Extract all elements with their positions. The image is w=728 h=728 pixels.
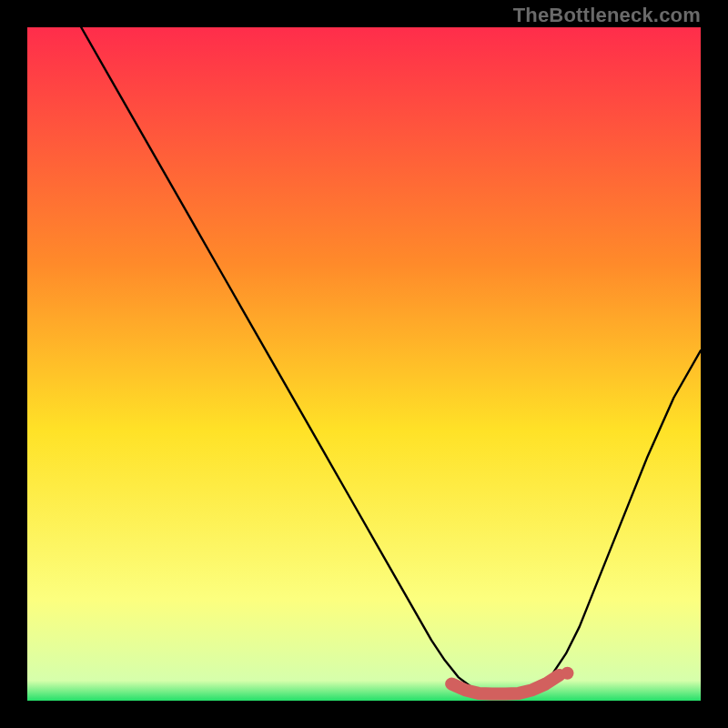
watermark-text: TheBottleneck.com: [513, 4, 701, 27]
chart-frame: TheBottleneck.com: [0, 0, 728, 728]
highlight-end-dot: [561, 667, 574, 680]
plot-area: [27, 27, 701, 701]
gradient-bg: [27, 27, 701, 701]
